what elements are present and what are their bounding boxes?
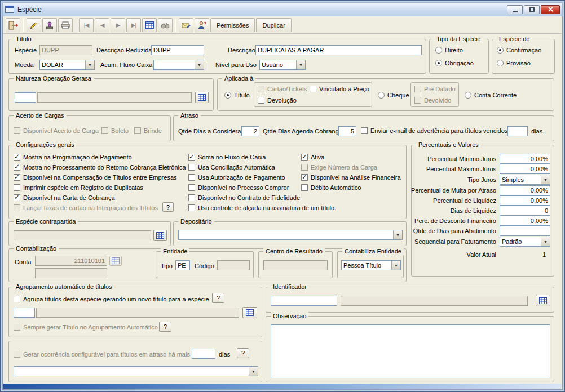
descricao-input[interactable]: [255, 45, 422, 55]
identificador-lookup-button[interactable]: [536, 295, 550, 306]
permissoes-button[interactable]: Permissões: [210, 18, 255, 32]
checkbox-imprimir-registro-duplicatas[interactable]: Imprimir espécie em Registro de Duplicat…: [14, 184, 143, 191]
group-percentuais-valores: Percentuais e Valores Percentual Mínimo …: [411, 145, 554, 277]
checkbox-contrato-fidelidade[interactable]: Disponível no Contrato de Fidelidade: [188, 194, 300, 202]
natureza-code-input[interactable]: [15, 92, 36, 103]
agrupa-help-button[interactable]: ?: [212, 293, 224, 303]
agrupa-lookup-button[interactable]: [242, 307, 257, 318]
radio-obrigacao[interactable]: Obrigação: [435, 59, 474, 67]
moeda-combobox[interactable]: DOLAR: [39, 60, 95, 70]
send-button[interactable]: [179, 18, 193, 32]
checkbox-ativa[interactable]: Ativa: [301, 153, 324, 161]
checkbox-debito-automatico[interactable]: Débito Automático: [301, 184, 361, 191]
checkbox-mostra-retorno-cobranca[interactable]: Mostra no Processamento do Retorno Cobra…: [14, 163, 186, 171]
checkbox-gerar-ocorrencia: Gerar ocorrência configurável para títul…: [14, 350, 198, 358]
ocorrencia-combobox[interactable]: [14, 366, 258, 376]
ocorrencia-dias-input[interactable]: [192, 349, 215, 359]
checkbox-enviar-email[interactable]: Enviar e-mail de advertência para título…: [361, 127, 513, 135]
moeda-label: Moeda: [15, 61, 34, 68]
contabiliza-entidade-combobox[interactable]: Pessoa Título: [341, 260, 401, 270]
checkbox-label: Lançar taxas de cartão na Integração dos…: [23, 204, 158, 211]
radio-label: Obrigação: [445, 60, 474, 66]
entidade-tipo-input[interactable]: [175, 260, 190, 270]
grid-view-button[interactable]: [142, 18, 157, 32]
radio-conta-corrente[interactable]: Conta Corrente: [465, 91, 517, 99]
depositario-combobox[interactable]: [178, 230, 403, 240]
user-button[interactable]: ?: [195, 18, 209, 32]
natureza-lookup-button[interactable]: [195, 92, 209, 103]
checkbox-compensacao-titulos[interactable]: Disponível na Compensação de Títulos ent…: [14, 173, 177, 181]
agrupa-especie-code-input[interactable]: [14, 308, 35, 318]
perc-max-juros-input[interactable]: [500, 164, 550, 174]
checkbox-mostra-programacao-pagamento[interactable]: Mostra na Programação de Pagamento: [14, 153, 132, 161]
observacao-textarea[interactable]: [271, 324, 550, 378]
exit-button[interactable]: [6, 18, 20, 32]
nav-first-button[interactable]: |◀: [79, 18, 94, 32]
qtde-dias-considerar-input[interactable]: [241, 126, 259, 136]
maximize-button[interactable]: [524, 5, 540, 14]
stamp-button[interactable]: [42, 18, 57, 32]
titlebar[interactable]: Espécie: [2, 2, 563, 16]
checkbox-agrupa-titulos[interactable]: Agrupa títulos desta espécie gerando um …: [14, 295, 209, 303]
checkbox-exige-numero-carga: Exige Número da Carga: [301, 163, 377, 171]
checkbox-autorizacao-pagamento[interactable]: Usa Autorização de Pagamento: [188, 173, 285, 181]
duplicar-button[interactable]: Duplicar: [256, 18, 291, 32]
sequencial-faturamento-combobox[interactable]: Padrão: [500, 237, 550, 247]
radio-direito[interactable]: Direito: [435, 46, 463, 54]
group-observacao: Observação: [266, 316, 554, 382]
conta-desc-input: [35, 268, 107, 278]
email-dias-input[interactable]: [507, 126, 528, 136]
print-button[interactable]: [58, 18, 73, 32]
radio-dot: [497, 47, 504, 54]
radio-titulo[interactable]: Título: [224, 91, 250, 99]
nav-next-button[interactable]: ▶: [111, 18, 125, 32]
radio-provisao[interactable]: Provisão: [497, 59, 531, 67]
checkbox-processo-compror[interactable]: Disponível no Processo Compror: [188, 184, 289, 191]
checkbox-carta-cobranca[interactable]: Disponível na Carta de Cobrança: [14, 194, 115, 202]
tipo-juros-combobox[interactable]: Simples: [500, 175, 550, 185]
contrapartida-lookup-button[interactable]: [153, 230, 167, 241]
perc-min-juros-input[interactable]: [500, 154, 550, 164]
close-button[interactable]: [541, 5, 560, 14]
group-configuracoes-gerais: Configurações gerais Mostra na Programaç…: [8, 145, 407, 219]
maximize-icon: [529, 7, 535, 12]
exit-door-icon: [8, 21, 18, 30]
chevron-down-icon: [296, 60, 305, 69]
identificador-code-input[interactable]: [271, 296, 337, 306]
radio-confirmacao[interactable]: Confirmação: [497, 46, 541, 54]
valor-atual-value: 1: [542, 251, 546, 258]
checkbox-soma-fluxo-caixa[interactable]: Soma no Fluxo de Caixa: [188, 153, 266, 161]
edit-button[interactable]: [27, 18, 41, 32]
checkbox-controle-alcada[interactable]: Usa controle de alçada na assinatura de …: [188, 204, 336, 212]
nivel-uso-combobox[interactable]: Usuário: [259, 60, 306, 70]
ocorrencia-help-button[interactable]: ?: [237, 348, 249, 358]
checkbox-conciliacao-automatica[interactable]: Usa Conciliação Automática: [188, 163, 275, 171]
checkbox-devolucao[interactable]: Devolução: [258, 96, 297, 104]
window-icon: [5, 6, 14, 13]
taxas-cartao-help-button[interactable]: ?: [162, 202, 174, 212]
perc-desconto-financeiro-input[interactable]: [500, 216, 550, 226]
nav-last-button[interactable]: ▶|: [126, 18, 141, 32]
checkbox-vinculado-preco[interactable]: Vinculado à Preço: [310, 85, 369, 93]
checkbox-analise-financeira[interactable]: Disponível na Análise Financeira: [301, 173, 401, 181]
nivel-uso-label: Nível para Uso: [215, 61, 257, 68]
identificador-desc-input: [341, 296, 528, 306]
dias-liquidez-input[interactable]: [500, 206, 550, 216]
qtde-dias-agenda-input[interactable]: [338, 126, 356, 136]
checkbox-box: [414, 86, 421, 92]
qtde-dias-abatimento-input[interactable]: [500, 226, 550, 236]
minimize-button[interactable]: [507, 5, 523, 14]
descricao-reduzida-input[interactable]: [151, 45, 204, 55]
minimize-icon: [513, 11, 518, 12]
acum-fluxo-combobox[interactable]: [153, 60, 204, 70]
sempre-gerar-help-button[interactable]: ?: [159, 322, 171, 332]
perc-liquidez-input[interactable]: [500, 195, 550, 206]
perc-multa-atraso-input[interactable]: [500, 185, 550, 195]
group-observacao-legend: Observação: [271, 312, 308, 320]
nivel-uso-value: Usuário: [260, 60, 296, 69]
checkbox-box: [14, 324, 20, 331]
group-atraso: Atraso Qtde Dias a Considerar Qtde Dias …: [173, 115, 554, 141]
nav-prev-button[interactable]: ◀: [95, 18, 109, 32]
search-button[interactable]: [158, 18, 173, 32]
radio-cheque[interactable]: Cheque: [378, 91, 409, 99]
